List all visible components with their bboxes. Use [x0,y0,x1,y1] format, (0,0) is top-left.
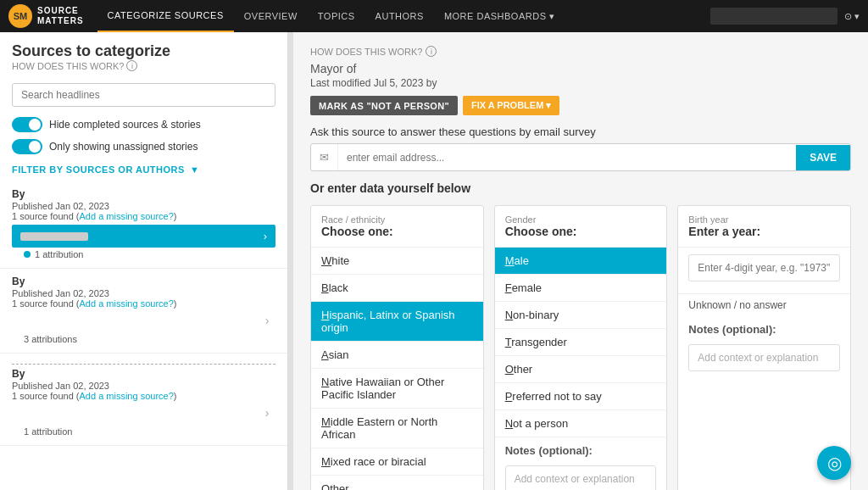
nav-authors[interactable]: AUTHORS [365,0,434,32]
source-date: Published Jan 02, 2023 [12,381,275,391]
unassigned-label: Only showing unassigned stories [49,141,198,153]
hide-completed-label: Hide completed sources & stories [49,119,201,131]
toggle-hide-completed: Hide completed sources & stories [0,114,287,136]
attribution-count: 1 attribution [12,425,275,438]
attribution-count: 1 attribution [12,248,275,261]
race-option-middle-eastern[interactable]: Middle Eastern or North African [311,409,483,448]
birthyear-notes-area: Add context or explanation [678,339,850,380]
unassigned-toggle[interactable] [12,139,42,154]
email-icon: ✉ [311,144,338,170]
birthyear-notes-input[interactable]: Add context or explanation [688,344,840,371]
sidebar-title: Sources to categorize [12,42,275,60]
email-section-label: Ask this source to answer these question… [310,125,851,138]
person-modified: Last modified Jul 5, 2023 by [310,77,851,89]
add-missing-link[interactable]: Add a missing source? [80,298,174,309]
race-option-asian[interactable]: Asian [311,342,483,369]
gender-header: Gender Choose one: [495,206,667,248]
filter-icon: ▼ [190,164,199,175]
race-option-other[interactable]: Other [311,476,483,490]
gender-notes-area: Add context or explanation [495,460,667,490]
email-row: ✉ SAVE [310,143,851,171]
race-option-black[interactable]: Black [311,275,483,302]
arrow-right-icon[interactable]: › [259,312,275,329]
gender-option-not-person[interactable]: Not a person [495,410,667,437]
gender-option-male[interactable]: Male [495,248,667,275]
race-option-hawaiian[interactable]: Native Hawaiian or Other Pacific Islande… [311,369,483,409]
dotted-divider [12,364,275,365]
birthyear-input[interactable] [688,254,840,281]
mark-not-person-button[interactable]: MARK AS "NOT A PERSON" [310,96,458,115]
source-by: By [12,276,275,287]
top-navigation: SM SOURCEMATTERS CATEGORIZE SOURCES OVER… [0,0,868,32]
attribution-count: 3 attributions [12,332,275,346]
nav-search-input[interactable] [710,8,837,25]
sidebar-header: Sources to categorize HOW DOES THIS WORK… [0,32,287,76]
source-found: 1 source found (Add a missing source?) [12,211,275,221]
nav-overview[interactable]: OVERVIEW [234,0,308,32]
birthyear-notes-label: Notes (optional): [678,316,850,339]
logo-icon: SM [8,4,32,28]
gender-option-nonbinary[interactable]: Non-binary [495,302,667,329]
save-button[interactable]: SAVE [796,145,850,170]
detail-info-icon[interactable]: i [426,46,437,57]
add-missing-link[interactable]: Add a missing source? [80,391,174,401]
birthyear-header: Birth year Enter a year: [678,206,850,248]
source-expand-arrow[interactable]: › [12,309,275,332]
person-title: Mayor of [310,62,851,75]
source-found: 1 source found (Add a missing source?) [12,298,275,309]
source-found: 1 source found (Add a missing source?) [12,391,275,401]
race-column: Race / ethnicity Choose one: White Black… [310,205,484,490]
nav-user-menu[interactable]: ⊙ ▾ [844,11,860,22]
source-group: By Published Jan 02, 2023 1 source found… [0,269,287,354]
gender-option-other[interactable]: Other [495,356,667,383]
hide-completed-toggle[interactable] [12,117,42,132]
add-missing-link[interactable]: Add a missing source? [80,211,174,221]
source-by: By [12,188,275,200]
gender-option-female[interactable]: Female [495,275,667,302]
email-input[interactable] [338,145,796,170]
gender-column: Gender Choose one: Male Female Non-binar… [494,205,668,490]
right-content: HOW DOES THIS WORK? i Mayor of Last modi… [293,32,868,490]
nav-more-dashboards[interactable]: MORE DASHBOARDS ▾ [434,0,565,32]
target-icon-button[interactable]: ◎ [817,446,851,480]
gender-option-transgender[interactable]: Transgender [495,329,667,356]
detail-how-does: HOW DOES THIS WORK? i [310,46,851,57]
race-option-white[interactable]: White [311,248,483,275]
toggle-unassigned: Only showing unassigned stories [0,136,287,158]
race-header: Race / ethnicity Choose one: [311,206,483,248]
or-enter-label: Or enter data yourself below [310,181,851,195]
nav-right-area: ⊙ ▾ [710,8,860,25]
gender-option-preferred-not[interactable]: Preferred not to say [495,383,667,410]
birthyear-input-area [678,248,850,293]
arrow-right-icon[interactable]: › [259,404,275,421]
nav-topics[interactable]: TOPICS [308,0,365,32]
birthyear-unknown[interactable]: Unknown / no answer [678,293,850,316]
chevron-right-icon: › [264,230,267,242]
nav-categorize-sources[interactable]: CATEGORIZE SOURCES [97,0,234,32]
source-group: By Published Jan 02, 2023 1 source found… [0,354,287,446]
action-buttons: MARK AS "NOT A PERSON" FIX A PROBLEM ▾ [310,96,851,115]
source-date: Published Jan 02, 2023 [12,201,275,211]
source-list: By Published Jan 02, 2023 1 source found… [0,178,287,490]
source-expand-arrow[interactable]: › [12,401,275,425]
sidebar-how-does[interactable]: HOW DOES THIS WORK? i [12,60,275,71]
source-group: By Published Jan 02, 2023 1 source found… [0,181,287,269]
source-item-selected[interactable]: › [12,225,275,248]
fix-problem-button[interactable]: FIX A PROBLEM ▾ [463,96,559,115]
filter-header: FILTER BY SOURCES OR AUTHORS ▼ [0,158,287,178]
brand-name: SOURCEMATTERS [37,6,84,26]
email-section: Ask this source to answer these question… [310,125,851,171]
gender-notes-label: Notes (optional): [495,437,667,460]
main-layout: Sources to categorize HOW DOES THIS WORK… [0,32,868,490]
gender-notes-input[interactable]: Add context or explanation [505,465,657,490]
search-input[interactable] [12,83,275,107]
source-by: By [12,368,275,380]
race-option-mixed[interactable]: Mixed race or biracial [311,448,483,476]
race-option-hispanic[interactable]: Hispanic, Latinx or Spanish origin [311,302,483,342]
search-box [12,83,275,107]
left-sidebar: Sources to categorize HOW DOES THIS WORK… [0,32,288,490]
source-date: Published Jan 02, 2023 [12,288,275,298]
source-item-text [20,232,88,241]
info-icon[interactable]: i [126,60,137,71]
logo-area[interactable]: SM SOURCEMATTERS [8,4,84,28]
